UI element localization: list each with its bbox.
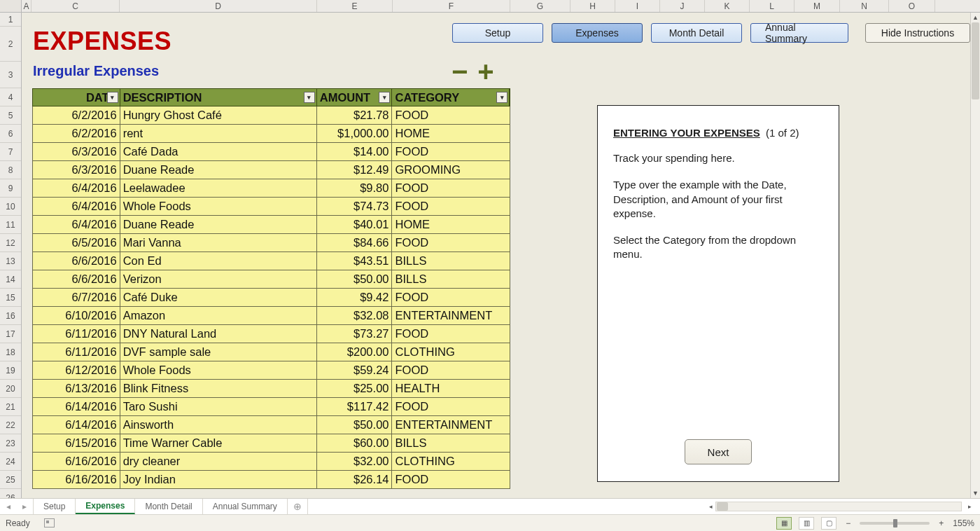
row-header-10[interactable]: 10 (0, 198, 21, 216)
tab-prev-icon[interactable]: ◂ (6, 502, 10, 511)
row-header-22[interactable]: 22 (0, 416, 21, 434)
cell-amount[interactable]: $84.66 (317, 234, 393, 251)
cell-category[interactable]: FOOD (392, 106, 510, 124)
sheet-tab-expenses[interactable]: Expenses (76, 499, 135, 514)
cell-description[interactable]: Con Ed (120, 252, 317, 270)
table-row[interactable]: 6/2/2016Hungry Ghost Café$21.78FOOD (32, 106, 510, 125)
view-page-layout-button[interactable]: ▥ (799, 517, 814, 530)
column-header-C[interactable]: C (31, 0, 120, 12)
tab-next-icon[interactable]: ▸ (22, 502, 27, 511)
cell-category[interactable]: FOOD (392, 179, 510, 197)
nav-expenses-button[interactable]: Expenses (552, 23, 643, 43)
cell-date[interactable]: 6/16/2016 (33, 471, 120, 488)
vscroll-track[interactable] (971, 22, 980, 488)
column-header-F[interactable]: F (393, 0, 510, 12)
row-header-15[interactable]: 15 (0, 289, 21, 307)
cell-category[interactable]: FOOD (392, 198, 510, 215)
cell-date[interactable]: 6/3/2016 (33, 161, 120, 179)
row-header-24[interactable]: 24 (0, 453, 21, 471)
cell-description[interactable]: dry cleaner (120, 453, 317, 470)
cell-amount[interactable]: $43.51 (317, 252, 393, 270)
tab-nav-arrows[interactable]: ◂▸ (0, 499, 34, 514)
column-header-L[interactable]: L (750, 0, 794, 12)
hscroll-thumb[interactable] (717, 502, 728, 511)
row-header-23[interactable]: 23 (0, 434, 21, 453)
sheet-tab-month-detail[interactable]: Month Detail (135, 499, 202, 514)
cell-category[interactable]: HOME (392, 125, 510, 142)
cell-category[interactable]: FOOD (392, 325, 510, 343)
view-page-break-button[interactable]: ▢ (821, 517, 836, 530)
cell-date[interactable]: 6/4/2016 (33, 198, 120, 215)
zoom-slider-thumb[interactable] (893, 519, 897, 527)
scroll-up-icon[interactable]: ▲ (971, 13, 980, 22)
table-row[interactable]: 6/4/2016Leelawadee$9.80FOOD (32, 179, 510, 198)
cell-category[interactable]: FOOD (392, 398, 510, 415)
table-row[interactable]: 6/14/2016Taro Sushi$117.42FOOD (32, 398, 510, 416)
table-row[interactable]: 6/16/2016Joy Indian$26.14FOOD (32, 471, 510, 489)
row-header-2[interactable]: 2 (0, 27, 21, 62)
column-header-M[interactable]: M (794, 0, 840, 12)
cell-amount[interactable]: $74.73 (317, 198, 393, 215)
row-header-17[interactable]: 17 (0, 325, 21, 343)
cell-amount[interactable]: $32.08 (317, 307, 393, 324)
cell-description[interactable]: DNY Natural Land (120, 325, 317, 343)
row-header-4[interactable]: 4 (0, 88, 21, 106)
cell-date[interactable]: 6/7/2016 (33, 289, 120, 306)
cell-date[interactable]: 6/5/2016 (33, 234, 120, 251)
hscroll-left-icon[interactable]: ◂ (706, 501, 715, 512)
cell-description[interactable]: Café Dada (120, 143, 317, 160)
cell-amount[interactable]: $200.00 (317, 343, 393, 361)
scroll-down-icon[interactable]: ▼ (971, 488, 980, 498)
vertical-scrollbar[interactable]: ▲ ▼ (970, 13, 980, 498)
table-row[interactable]: 6/7/2016Café Duke$9.42FOOD (32, 289, 510, 307)
cell-date[interactable]: 6/15/2016 (33, 434, 120, 452)
cell-amount[interactable]: $50.00 (317, 416, 393, 434)
row-header-11[interactable]: 11 (0, 216, 21, 234)
header-date[interactable]: DATE▾ (33, 89, 120, 106)
cell-category[interactable]: CLOTHING (392, 343, 510, 361)
cell-date[interactable]: 6/3/2016 (33, 143, 120, 160)
cell-description[interactable]: Café Duke (120, 289, 317, 306)
row-header-1[interactable]: 1 (0, 13, 21, 27)
row-header-7[interactable]: 7 (0, 143, 21, 161)
cell-date[interactable]: 6/11/2016 (33, 343, 120, 361)
cell-amount[interactable]: $21.78 (317, 106, 393, 124)
vscroll-thumb[interactable] (972, 22, 979, 99)
plus-icon[interactable]: + (477, 63, 493, 80)
row-header-8[interactable]: 8 (0, 161, 21, 179)
row-header-14[interactable]: 14 (0, 270, 21, 289)
cell-date[interactable]: 6/2/2016 (33, 125, 120, 142)
macro-record-icon[interactable] (44, 518, 55, 527)
cell-date[interactable]: 6/6/2016 (33, 270, 120, 288)
column-header-K[interactable]: K (705, 0, 750, 12)
table-row[interactable]: 6/11/2016DNY Natural Land$73.27FOOD (32, 325, 510, 343)
cell-amount[interactable]: $12.49 (317, 161, 393, 179)
cell-description[interactable]: DVF sample sale (120, 343, 317, 361)
table-row[interactable]: 6/4/2016Whole Foods$74.73FOOD (32, 198, 510, 216)
cell-date[interactable]: 6/12/2016 (33, 361, 120, 379)
table-row[interactable]: 6/11/2016DVF sample sale$200.00CLOTHING (32, 343, 510, 361)
cell-category[interactable]: ENTERTAINMENT (392, 416, 510, 434)
cell-description[interactable]: Hungry Ghost Café (120, 106, 317, 124)
cell-amount[interactable]: $73.27 (317, 325, 393, 343)
cell-amount[interactable]: $1,000.00 (317, 125, 393, 142)
cell-category[interactable]: BILLS (392, 434, 510, 452)
cell-description[interactable]: Time Warner Cable (120, 434, 317, 452)
cell-description[interactable]: Duane Reade (120, 161, 317, 179)
sheet-tab-setup[interactable]: Setup (34, 499, 76, 514)
table-row[interactable]: 6/16/2016dry cleaner$32.00CLOTHING (32, 453, 510, 471)
cell-amount[interactable]: $40.01 (317, 216, 393, 233)
row-header-16[interactable]: 16 (0, 307, 21, 325)
select-all-corner[interactable] (0, 0, 22, 12)
zoom-in-button[interactable]: + (937, 518, 946, 528)
cell-amount[interactable]: $9.80 (317, 179, 393, 197)
row-header-12[interactable]: 12 (0, 234, 21, 252)
cell-amount[interactable]: $50.00 (317, 270, 393, 288)
cell-category[interactable]: FOOD (392, 361, 510, 379)
view-normal-button[interactable]: ▦ (776, 517, 792, 530)
row-header-21[interactable]: 21 (0, 398, 21, 416)
cell-category[interactable]: FOOD (392, 289, 510, 306)
nav-annual-summary-button[interactable]: Annual Summary (750, 23, 848, 43)
column-header-N[interactable]: N (840, 0, 889, 12)
cell-amount[interactable]: $26.14 (317, 471, 393, 488)
